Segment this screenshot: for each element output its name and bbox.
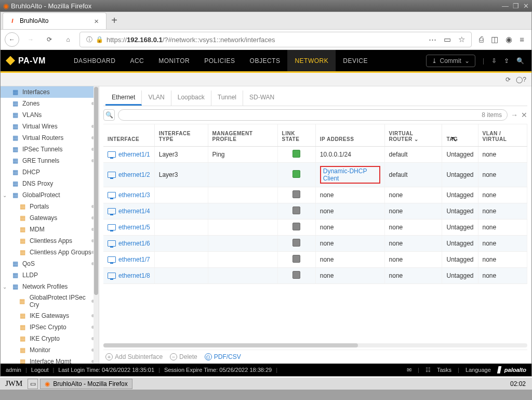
- table-row[interactable]: ethernet1/6nonenoneUntaggednone: [103, 236, 527, 252]
- sidebar-item-interface-mgmt[interactable]: ▦Interface Mgmt: [1, 356, 99, 364]
- tasks-icon[interactable]: ☷: [425, 367, 431, 373]
- interface-link[interactable]: ethernet1/8: [118, 272, 150, 279]
- home-button[interactable]: ⌂: [61, 32, 75, 47]
- sidebar-item-clientless-apps[interactable]: ▦Clientless Apps: [1, 235, 99, 247]
- column-header[interactable]: MANAGEMENT PROFILE: [208, 124, 277, 147]
- table-row[interactable]: ethernet1/5nonenoneUntaggednone: [103, 220, 527, 236]
- reload-button[interactable]: ⟳: [42, 32, 57, 47]
- tab-ethernet[interactable]: Ethernet: [105, 91, 142, 106]
- tab-close-button[interactable]: ×: [92, 17, 101, 25]
- table-row[interactable]: ethernet1/8nonenoneUntaggednone: [103, 268, 527, 284]
- sidebar-item-interfaces[interactable]: ▦Interfaces: [1, 86, 99, 98]
- column-header[interactable]: INTERFACE: [103, 124, 154, 147]
- bookmark-star-icon[interactable]: ☆: [458, 35, 465, 44]
- add-subinterface-button[interactable]: +Add Subinterface: [105, 353, 163, 360]
- ip-link[interactable]: Dynamic-DHCP Client: [323, 167, 367, 182]
- interface-link[interactable]: ethernet1/7: [118, 256, 150, 263]
- table-row[interactable]: ethernet1/7nonenoneUntaggednone: [103, 252, 527, 268]
- hamburger-menu-icon[interactable]: ≡: [520, 35, 524, 44]
- search-clear-icon[interactable]: ✕: [521, 111, 527, 119]
- sidebar-item-virtual-wires[interactable]: ▦Virtual Wires: [1, 121, 99, 132]
- nav-device[interactable]: DEVICE: [336, 50, 375, 71]
- column-header[interactable]: VLAN / VIRTUAL: [478, 124, 527, 147]
- maximize-button[interactable]: ❐: [513, 2, 519, 10]
- forward-button[interactable]: →: [23, 32, 38, 47]
- table-row[interactable]: ethernet1/3nonenoneUntaggednone: [103, 187, 527, 203]
- close-window-button[interactable]: ✕: [523, 2, 529, 10]
- column-header[interactable]: IP ADDRESS: [315, 124, 384, 147]
- column-header[interactable]: VIRTUAL ROUTER ⌄: [384, 124, 442, 147]
- collapse-icon[interactable]: ⌄: [3, 192, 7, 198]
- table-row[interactable]: ethernet1/2Layer3Dynamic-DHCP Clientdefa…: [103, 163, 527, 187]
- browser-tab[interactable]: BruhloAlto ×: [3, 12, 107, 29]
- commit-button[interactable]: ⤓ Commit ⌄: [426, 55, 475, 67]
- config-export-icon[interactable]: ⇪: [504, 57, 509, 64]
- sidebar-item-clientless-app-groups[interactable]: ▦Clientless App Groups: [1, 247, 99, 258]
- tab-tunnel[interactable]: Tunnel: [211, 91, 243, 106]
- logout-link[interactable]: Logout: [31, 367, 49, 373]
- interface-link[interactable]: ethernet1/3: [118, 191, 150, 199]
- tasks-link[interactable]: Tasks: [437, 367, 451, 373]
- tab-vlan[interactable]: VLAN: [142, 91, 171, 106]
- sidebar-item-gateways[interactable]: ▦Gateways: [1, 212, 99, 224]
- sidebar-item-network-profiles[interactable]: ⌄▦Network Profiles: [1, 281, 99, 292]
- table-row[interactable]: ethernet1/4nonenoneUntaggednone: [103, 203, 527, 220]
- collapse-icon[interactable]: ⌄: [3, 284, 7, 290]
- search-input[interactable]: 8 items: [118, 109, 508, 121]
- delete-button[interactable]: −Delete: [170, 353, 197, 360]
- sidebar-item-ipsec-crypto[interactable]: ▦IPSec Crypto: [1, 321, 99, 333]
- search-next-icon[interactable]: →: [511, 111, 518, 119]
- column-header[interactable]: TAG: [442, 124, 478, 147]
- info-icon[interactable]: ⓘ: [86, 35, 92, 44]
- interface-link[interactable]: ethernet1/1: [118, 151, 150, 158]
- url-bar[interactable]: ⓘ 🔒 https://192.168.0.1/?#network::vsys1…: [79, 32, 472, 47]
- search-button[interactable]: 🔍: [103, 109, 115, 121]
- reader-view-icon[interactable]: ▭: [444, 35, 451, 44]
- sidebar-item-ike-gateways[interactable]: ▦IKE Gateways: [1, 310, 99, 321]
- global-search-icon[interactable]: 🔍: [516, 57, 524, 64]
- account-icon[interactable]: ◉: [506, 35, 512, 44]
- sidebar-item-lldp[interactable]: ▦LLDP: [1, 269, 99, 281]
- table-row[interactable]: ethernet1/1Layer3Ping10.0.0.1/24defaultU…: [103, 147, 527, 163]
- sidebar-item-portals[interactable]: ▦Portals: [1, 201, 99, 212]
- sidebar-item-dhcp[interactable]: ▦DHCP: [1, 166, 99, 178]
- sidebar-item-vlans[interactable]: ▦VLANs: [1, 109, 99, 121]
- sidebar-item-ipsec-tunnels[interactable]: ▦IPSec Tunnels: [1, 144, 99, 155]
- taskbar-item-firefox[interactable]: ◉ BruhloAlto - Mozilla Firefox: [40, 379, 132, 389]
- column-header[interactable]: LINK STATE: [277, 124, 315, 147]
- column-header[interactable]: INTERFACE TYPE: [154, 124, 208, 147]
- help-icon[interactable]: ◯?: [516, 76, 526, 83]
- minimize-button[interactable]: —: [502, 2, 509, 10]
- sidebar-scrollbar[interactable]: [94, 86, 99, 364]
- new-tab-button[interactable]: +: [107, 15, 122, 27]
- tab-sd-wan[interactable]: SD-WAN: [243, 91, 281, 106]
- interface-link[interactable]: ethernet1/6: [118, 240, 150, 247]
- sidebar-item-qos[interactable]: ▦QoS: [1, 258, 99, 269]
- sidebar-item-virtual-routers[interactable]: ▦Virtual Routers: [1, 132, 99, 144]
- interface-link[interactable]: ethernet1/2: [118, 171, 150, 178]
- tab-loopback[interactable]: Loopback: [171, 91, 211, 106]
- show-desktop-button[interactable]: ▭: [28, 379, 38, 389]
- sidebar-item-zones[interactable]: ▦Zones: [1, 98, 99, 109]
- nav-acc[interactable]: ACC: [123, 50, 151, 71]
- nav-network[interactable]: NETWORK: [287, 50, 336, 71]
- nav-monitor[interactable]: MONITOR: [151, 50, 197, 71]
- sidebar-item-ike-crypto[interactable]: ▦IKE Crypto: [1, 333, 99, 344]
- sidebar-toggle-icon[interactable]: ◫: [491, 35, 498, 44]
- sidebar-item-mdm[interactable]: ▦MDM: [1, 224, 99, 235]
- language-link[interactable]: Language: [466, 367, 491, 373]
- interface-link[interactable]: ethernet1/5: [118, 224, 150, 231]
- back-button[interactable]: ←: [5, 32, 19, 47]
- sidebar-item-gre-tunnels[interactable]: ▦GRE Tunnels: [1, 155, 99, 166]
- sidebar-item-globalprotect[interactable]: ⌄▦GlobalProtect: [1, 189, 99, 201]
- sidebar-item-globalprotect-ipsec-cry[interactable]: ▦GlobalProtect IPSec Cry: [1, 292, 99, 310]
- nav-policies[interactable]: POLICIES: [197, 50, 242, 71]
- start-menu-button[interactable]: JWM: [2, 379, 25, 388]
- nav-objects[interactable]: OBJECTS: [243, 50, 288, 71]
- nav-dashboard[interactable]: DASHBOARD: [66, 50, 123, 71]
- refresh-icon[interactable]: ⟳: [506, 76, 511, 83]
- export-pdf-csv-button[interactable]: ⎙PDF/CSV: [205, 353, 241, 360]
- sidebar-item-dns-proxy[interactable]: ▦DNS Proxy: [1, 178, 99, 189]
- sidebar-item-monitor[interactable]: ▦Monitor: [1, 344, 99, 356]
- messages-icon[interactable]: ✉: [407, 367, 411, 373]
